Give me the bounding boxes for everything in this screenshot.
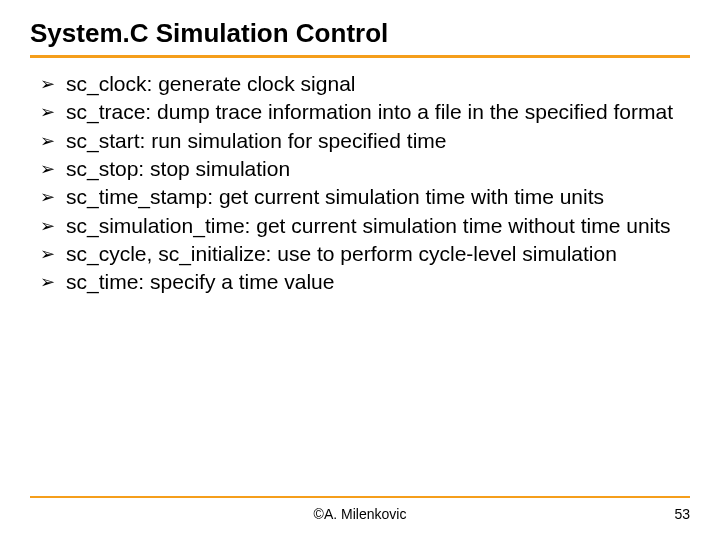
- slide: System.C Simulation Control ➢ sc_clock: …: [0, 0, 720, 540]
- bullet-arrow-icon: ➢: [40, 214, 55, 238]
- slide-title: System.C Simulation Control: [30, 18, 690, 49]
- list-item: ➢ sc_cycle, sc_initialize: use to perfor…: [40, 240, 690, 268]
- list-item-text: sc_simulation_time: get current simulati…: [66, 214, 671, 237]
- bullet-arrow-icon: ➢: [40, 185, 55, 209]
- bullet-arrow-icon: ➢: [40, 72, 55, 96]
- bullet-arrow-icon: ➢: [40, 242, 55, 266]
- footer-page-number: 53: [674, 506, 690, 522]
- list-item-text: sc_start: run simulation for specified t…: [66, 129, 446, 152]
- list-item-text: sc_stop: stop simulation: [66, 157, 290, 180]
- list-item: ➢ sc_time: specify a time value: [40, 268, 690, 296]
- list-item-text: sc_time_stamp: get current simulation ti…: [66, 185, 604, 208]
- list-item: ➢ sc_stop: stop simulation: [40, 155, 690, 183]
- footer-author: ©A. Milenkovic: [0, 506, 720, 522]
- list-item-text: sc_time: specify a time value: [66, 270, 334, 293]
- list-item-text: sc_clock: generate clock signal: [66, 72, 355, 95]
- list-item: ➢ sc_clock: generate clock signal: [40, 70, 690, 98]
- bullet-list: ➢ sc_clock: generate clock signal ➢ sc_t…: [30, 70, 690, 297]
- list-item: ➢ sc_time_stamp: get current simulation …: [40, 183, 690, 211]
- list-item: ➢ sc_start: run simulation for specified…: [40, 127, 690, 155]
- list-item: ➢ sc_simulation_time: get current simula…: [40, 212, 690, 240]
- bullet-arrow-icon: ➢: [40, 129, 55, 153]
- bullet-arrow-icon: ➢: [40, 100, 55, 124]
- footer-rule: [30, 496, 690, 498]
- bullet-arrow-icon: ➢: [40, 157, 55, 181]
- list-item-text: sc_trace: dump trace information into a …: [66, 100, 673, 123]
- list-item: ➢ sc_trace: dump trace information into …: [40, 98, 690, 126]
- title-rule: [30, 55, 690, 58]
- bullet-arrow-icon: ➢: [40, 270, 55, 294]
- list-item-text: sc_cycle, sc_initialize: use to perform …: [66, 242, 617, 265]
